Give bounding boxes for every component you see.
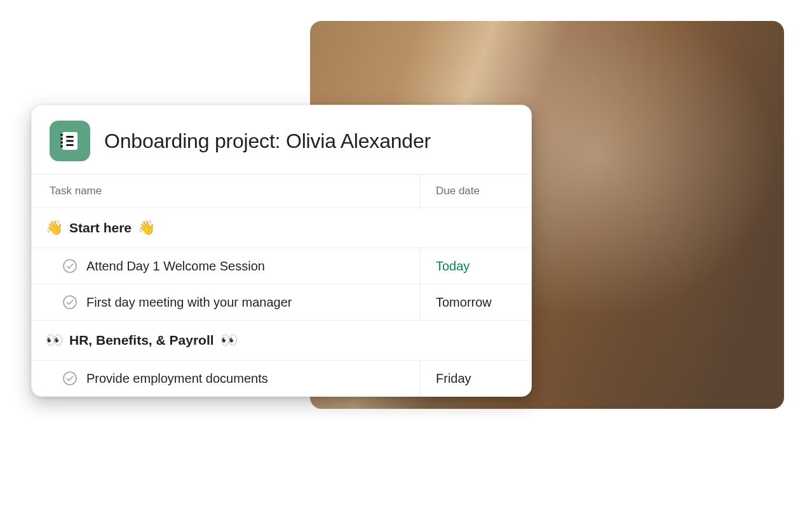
task-name: First day meeting with your manager <box>86 295 292 310</box>
column-headers: Task name Due date <box>32 174 531 208</box>
task-due-date: Friday <box>420 361 531 396</box>
eyes-icon: 👀 <box>220 332 238 349</box>
svg-rect-6 <box>66 140 74 142</box>
eyes-icon: 👀 <box>46 332 63 349</box>
project-header: Onboarding project: Olivia Alexander <box>32 105 531 174</box>
svg-rect-3 <box>60 142 63 143</box>
task-due-date: Tomorrow <box>420 284 531 320</box>
svg-rect-5 <box>66 136 74 138</box>
task-name: Attend Day 1 Welcome Session <box>86 259 265 274</box>
task-name-cell: Provide employment documents <box>32 361 420 396</box>
task-row[interactable]: Attend Day 1 Welcome Session Today <box>32 248 531 284</box>
svg-rect-2 <box>60 138 63 140</box>
section-header[interactable]: 👀 HR, Benefits, & Payroll 👀 <box>32 321 531 361</box>
section-header[interactable]: 👋 Start here 👋 <box>32 208 531 248</box>
notebook-list-icon <box>58 130 81 152</box>
svg-point-10 <box>64 372 76 385</box>
task-name: Provide employment documents <box>86 371 268 386</box>
svg-rect-7 <box>66 144 74 146</box>
section-title: Start here <box>69 220 132 236</box>
check-circle-icon[interactable] <box>62 295 78 310</box>
svg-rect-1 <box>60 134 63 136</box>
section-title: HR, Benefits, & Payroll <box>69 333 214 348</box>
task-row[interactable]: First day meeting with your manager Tomo… <box>32 284 531 321</box>
project-title: Onboarding project: Olivia Alexander <box>104 130 431 153</box>
check-circle-icon[interactable] <box>62 371 78 386</box>
svg-point-9 <box>64 296 76 309</box>
task-name-cell: First day meeting with your manager <box>32 284 420 320</box>
onboarding-project-card: Onboarding project: Olivia Alexander Tas… <box>31 105 532 397</box>
column-due-date: Due date <box>420 175 531 208</box>
wave-icon: 👋 <box>46 220 63 236</box>
svg-point-8 <box>64 260 76 272</box>
column-task-name: Task name <box>32 175 420 208</box>
task-name-cell: Attend Day 1 Welcome Session <box>32 248 420 284</box>
check-circle-icon[interactable] <box>62 258 78 274</box>
task-row[interactable]: Provide employment documents Friday <box>32 361 531 396</box>
project-icon <box>50 121 90 161</box>
wave-icon: 👋 <box>138 220 155 236</box>
task-due-date: Today <box>420 248 531 284</box>
svg-rect-4 <box>60 145 63 147</box>
